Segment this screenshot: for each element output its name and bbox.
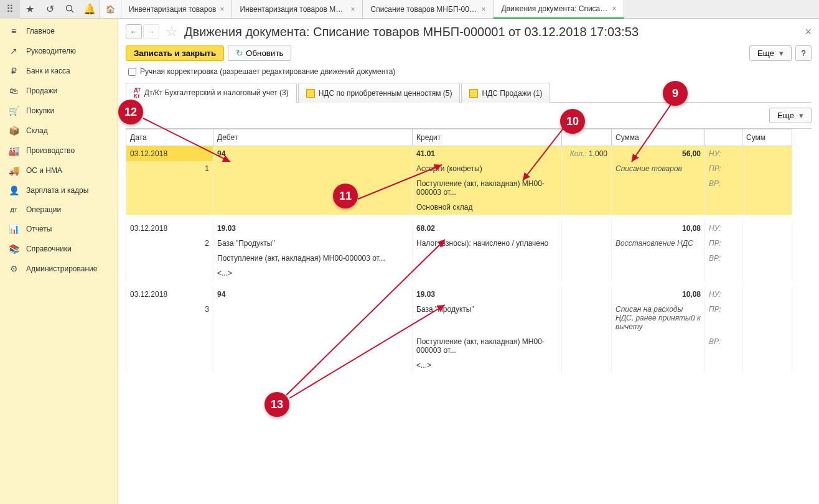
table-header-row: Дата Дебет Кредит Сумма Сумм bbox=[126, 129, 792, 146]
search-icon[interactable] bbox=[60, 0, 80, 19]
ruble-icon: ₽ bbox=[6, 66, 21, 76]
table-subrow[interactable]: 2База "Продукты"Налог (взносы): начислен… bbox=[126, 236, 792, 251]
refresh-button[interactable]: Обновить bbox=[228, 45, 291, 61]
help-button[interactable]: ? bbox=[795, 45, 812, 61]
svg-point-0 bbox=[66, 6, 72, 11]
table-subrow[interactable]: <...> bbox=[126, 266, 792, 281]
sidebar-item-production[interactable]: 🏭Производство bbox=[0, 141, 118, 161]
sidebar-label: Администрирование bbox=[26, 264, 97, 273]
gear-icon: ⚙ bbox=[6, 264, 21, 274]
table-subrow[interactable]: <...> bbox=[126, 358, 792, 373]
sidebar-label: Продажи bbox=[26, 86, 57, 95]
table-subrow[interactable]: Поступление (акт, накладная) МН00-000003… bbox=[126, 176, 792, 200]
sidebar-item-purchases[interactable]: 🛒Покупки bbox=[0, 101, 118, 121]
tab-item[interactable]: Списание товаров МНБП-000001 от 03.1...× bbox=[363, 0, 494, 18]
tab-vat-purchase[interactable]: НДС по приобретенным ценностям (5) bbox=[298, 83, 461, 103]
col-sum2[interactable]: Сумм bbox=[742, 129, 792, 146]
register-tabs: ДтКтДт/Кт Бухгалтерский и налоговый учет… bbox=[126, 82, 812, 103]
sidebar-label: Покупки bbox=[26, 106, 54, 115]
col-tag[interactable] bbox=[705, 129, 742, 146]
table-subrow[interactable]: Поступление (акт, накладная) МН00-000003… bbox=[126, 334, 792, 358]
more-button[interactable]: Еще bbox=[749, 45, 792, 61]
sidebar-label: Главное bbox=[26, 27, 55, 35]
tab-item-active[interactable]: Движения документа: Списание товаров...× bbox=[494, 0, 624, 19]
sidebar-item-operations[interactable]: ДтОперации bbox=[0, 200, 118, 219]
dtkt-icon: ДтКт bbox=[134, 86, 141, 99]
chart-icon: ↗ bbox=[6, 46, 21, 56]
sidebar-label: Справочники bbox=[26, 245, 72, 253]
accounting-table[interactable]: Дата Дебет Кредит Сумма Сумм 03.12.20189… bbox=[126, 128, 812, 499]
books-icon: 📚 bbox=[6, 244, 21, 254]
history-icon[interactable]: ↺ bbox=[40, 0, 60, 19]
report-icon: 📊 bbox=[6, 224, 21, 234]
col-sum[interactable]: Сумма bbox=[612, 129, 705, 146]
back-button[interactable]: ← bbox=[126, 24, 142, 39]
page-title: Движения документа: Списание товаров МНБ… bbox=[184, 25, 805, 39]
sidebar-label: Производство bbox=[26, 146, 75, 155]
refresh-icon bbox=[236, 48, 243, 58]
col-credit[interactable]: Кредит bbox=[413, 129, 562, 146]
tab-accounting[interactable]: ДтКтДт/Кт Бухгалтерский и налоговый учет… bbox=[126, 83, 297, 103]
close-form-button[interactable]: × bbox=[805, 26, 812, 39]
sidebar-label: ОС и НМА bbox=[26, 166, 62, 175]
favorite-icon[interactable]: ☆ bbox=[166, 24, 178, 40]
table-row[interactable]: 03.12.20189441.01Кол.: 1,00056,00НУ: bbox=[126, 146, 792, 162]
table-subrow[interactable]: Поступление (акт, накладная) МН00-000003… bbox=[126, 251, 792, 266]
sidebar-item-assets[interactable]: 🚚ОС и НМА bbox=[0, 161, 118, 180]
callout-9: 9 bbox=[663, 81, 688, 106]
person-icon: 👤 bbox=[6, 185, 21, 195]
table-row[interactable]: 03.12.201819.0368.02 10,08НУ: bbox=[126, 221, 792, 236]
tab-item[interactable]: Инвентаризация товаров× bbox=[121, 0, 232, 18]
close-icon[interactable]: × bbox=[220, 5, 224, 14]
callout-10: 10 bbox=[560, 109, 585, 134]
close-icon[interactable]: × bbox=[481, 5, 485, 14]
sidebar-item-catalogs[interactable]: 📚Справочники bbox=[0, 239, 118, 259]
forward-button[interactable]: → bbox=[143, 24, 159, 39]
table-more-button[interactable]: Еще bbox=[769, 108, 812, 123]
bell-icon[interactable]: 🔔 bbox=[80, 0, 100, 19]
sidebar-label: Склад bbox=[26, 126, 48, 135]
col-date[interactable]: Дата bbox=[126, 129, 213, 146]
sidebar-item-admin[interactable]: ⚙Администрирование bbox=[0, 259, 118, 279]
truck-icon: 🚚 bbox=[6, 166, 21, 175]
sidebar-label: Банк и касса bbox=[26, 67, 70, 75]
svg-line-1 bbox=[71, 11, 73, 13]
save-close-button[interactable]: Записать и закрыть bbox=[126, 45, 224, 61]
callout-13: 13 bbox=[264, 392, 289, 417]
sidebar-label: Зарплата и кадры bbox=[26, 186, 88, 195]
tab-vat-sales[interactable]: НДС Продажи (1) bbox=[461, 83, 550, 103]
table-subrow[interactable]: Основной склад bbox=[126, 200, 792, 215]
manual-correction-row: Ручная корректировка (разрешает редактир… bbox=[126, 67, 812, 76]
sidebar-item-warehouse[interactable]: 📦Склад bbox=[0, 121, 118, 141]
sidebar-item-hr[interactable]: 👤Зарплата и кадры bbox=[0, 180, 118, 200]
sidebar-label: Операции bbox=[26, 205, 61, 214]
main-toolbar: ⠿ ★ ↺ 🔔 🏠 Инвентаризация товаров× Инвент… bbox=[0, 0, 819, 19]
box-icon: 📦 bbox=[6, 126, 21, 136]
bag-icon: 🛍 bbox=[6, 86, 21, 96]
callout-11: 11 bbox=[333, 184, 358, 208]
apps-icon[interactable]: ⠿ bbox=[0, 0, 20, 19]
table-row[interactable]: 03.12.20189419.03 10,08НУ: bbox=[126, 287, 792, 302]
register-icon bbox=[306, 89, 315, 98]
close-icon[interactable]: × bbox=[350, 5, 355, 14]
sidebar-item-manager[interactable]: ↗Руководителю bbox=[0, 41, 118, 61]
home-tab[interactable]: 🏠 bbox=[100, 0, 121, 18]
document-tabs: 🏠 Инвентаризация товаров× Инвентаризация… bbox=[100, 0, 819, 18]
close-icon[interactable]: × bbox=[612, 4, 616, 13]
callout-12: 12 bbox=[118, 100, 143, 124]
col-debit[interactable]: Дебет bbox=[213, 129, 413, 146]
content-area: ← → ☆ Движения документа: Списание товар… bbox=[118, 19, 819, 504]
star-icon[interactable]: ★ bbox=[20, 0, 40, 19]
dtkt-icon: Дт bbox=[6, 207, 21, 213]
sidebar-item-sales[interactable]: 🛍Продажи bbox=[0, 81, 118, 101]
sidebar-label: Отчеты bbox=[26, 225, 52, 233]
manual-correction-checkbox[interactable] bbox=[128, 68, 136, 76]
cart-icon: 🛒 bbox=[6, 106, 21, 116]
table-subrow[interactable]: 1Ассорти (конфеты)Списание товаровПР: bbox=[126, 161, 792, 176]
tab-item[interactable]: Инвентаризация товаров МНБП-000002 о...× bbox=[232, 0, 363, 18]
sidebar-item-main[interactable]: ≡Главное bbox=[0, 21, 118, 41]
sidebar-item-bank[interactable]: ₽Банк и касса bbox=[0, 61, 118, 81]
table-subrow[interactable]: 3База "Продукты"Списан на расходы НДС, р… bbox=[126, 302, 792, 334]
sidebar-item-reports[interactable]: 📊Отчеты bbox=[0, 219, 118, 239]
toolbar-icon-group: ⠿ ★ ↺ 🔔 bbox=[0, 0, 100, 18]
